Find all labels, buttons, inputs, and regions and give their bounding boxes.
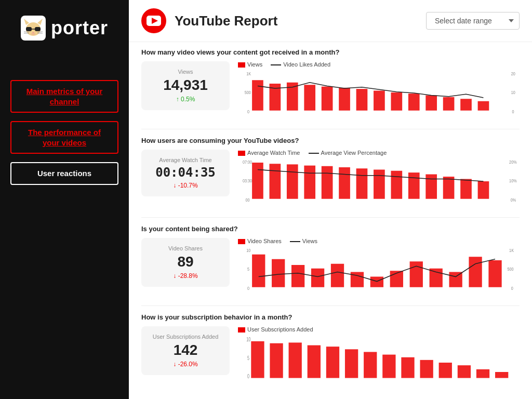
svg-rect-62 [374, 170, 385, 199]
svg-text:20%: 20% [509, 160, 516, 165]
svg-text:May 25,20: May 25,20 [423, 204, 435, 205]
subscriptions-metric-value: 142 [150, 342, 221, 358]
svg-text:May 31,22: May 31,22 [302, 116, 313, 116]
svg-rect-21 [252, 80, 263, 111]
svg-rect-122 [326, 347, 339, 378]
svg-text:20: 20 [511, 72, 515, 77]
header: YouTube Report Select date range [129, 0, 532, 42]
svg-rect-55 [252, 163, 263, 199]
svg-text:03:30: 03:30 [243, 179, 252, 184]
watch-time-metric-value: 00:04:35 [150, 165, 221, 180]
svg-rect-126 [401, 357, 414, 378]
svg-rect-99 [449, 272, 462, 287]
sh-bar-icon [238, 239, 245, 244]
logo-area: porter [21, 16, 108, 41]
svg-rect-98 [430, 269, 443, 287]
svg-rect-56 [270, 164, 281, 199]
watch-time-metric-label: Average Watch Time [150, 157, 221, 163]
svg-point-7 [32, 32, 34, 33]
svg-text:5: 5 [247, 267, 249, 272]
watch-time-question: How users are consuming your YouTube vid… [141, 137, 520, 144]
sh-legend-bar-item: Video Shares [238, 238, 282, 244]
svg-rect-92 [311, 269, 324, 287]
svg-rect-67 [460, 179, 472, 199]
shares-metric-card: Video Shares 89 ↓ -28.8% [141, 238, 230, 287]
svg-rect-118 [251, 341, 264, 378]
svg-rect-23 [287, 83, 298, 111]
logo-text: porter [51, 17, 108, 39]
views-question: How many video views your content got re… [141, 48, 520, 56]
svg-rect-120 [289, 343, 302, 378]
date-range-select[interactable]: Select date range [426, 12, 520, 30]
svg-rect-66 [443, 177, 455, 199]
subscriptions-question: How is your subscription behavior in a m… [141, 313, 520, 321]
svg-rect-119 [270, 343, 283, 378]
shares-metric-change: ↓ -28.8% [150, 272, 221, 280]
svg-rect-4 [26, 27, 32, 31]
svg-text:May 29,20: May 29,20 [458, 204, 470, 205]
page-title: YouTube Report [175, 13, 418, 29]
sub-legend-bar-item: User Subscriptions Added [238, 326, 313, 332]
sh-line-icon [290, 241, 300, 242]
svg-text:10%: 10% [509, 179, 516, 184]
svg-rect-29 [391, 92, 402, 111]
svg-text:0: 0 [247, 286, 249, 291]
shares-question: Is your content being shared? [141, 225, 520, 233]
svg-text:May 28,20: May 28,20 [475, 116, 487, 116]
subscriptions-metric-label: User Subscriptions Added [150, 334, 221, 340]
watch-time-metric-change: ↓ -10.7% [150, 182, 221, 189]
svg-rect-30 [408, 94, 420, 111]
svg-rect-5 [35, 27, 41, 31]
views-legend-bar-item: Views [238, 61, 262, 68]
svg-rect-27 [356, 89, 368, 111]
svg-text:0: 0 [511, 286, 513, 291]
svg-rect-129 [458, 365, 471, 378]
shares-chart-legend: Video Shares Views [238, 238, 520, 244]
svg-rect-127 [420, 360, 433, 378]
svg-text:0%: 0% [511, 198, 516, 203]
svg-text:May 25,22: May 25,22 [354, 116, 365, 116]
svg-text:10: 10 [246, 337, 250, 343]
main-content: YouTube Report Select date range How man… [129, 0, 532, 399]
logo-icon [21, 16, 46, 41]
views-metric-change: ↑ 0.5% [150, 96, 221, 103]
svg-text:0: 0 [247, 373, 249, 379]
wt-bar-icon [238, 151, 245, 156]
svg-text:0: 0 [247, 110, 249, 115]
svg-rect-57 [287, 164, 298, 198]
svg-rect-100 [469, 257, 482, 287]
sub-bar-icon [238, 327, 245, 332]
svg-rect-90 [272, 259, 285, 287]
svg-rect-31 [425, 96, 437, 111]
svg-rect-91 [291, 265, 304, 287]
svg-rect-130 [476, 369, 489, 378]
svg-rect-123 [345, 349, 358, 378]
views-metric-value: 14,931 [150, 77, 221, 94]
svg-rect-124 [364, 352, 377, 378]
nav-user-reactions[interactable]: User reactions [10, 162, 118, 185]
watch-time-metric-card: Average Watch Time 00:04:35 ↓ -10.7% [141, 150, 230, 196]
nav-main-metrics[interactable]: Main metrics of your channel [10, 80, 118, 113]
svg-text:00: 00 [245, 198, 249, 203]
views-section: How many video views your content got re… [129, 42, 532, 128]
nav-video-performance[interactable]: The performance of your videos [10, 121, 118, 154]
watch-time-chart-area: Average Watch Time Average View Percenta… [238, 150, 520, 212]
wt-legend-bar-item: Average Watch Time [238, 150, 300, 156]
svg-rect-128 [439, 363, 452, 378]
svg-rect-101 [488, 260, 501, 287]
svg-rect-131 [495, 372, 508, 378]
svg-rect-26 [339, 88, 350, 111]
svg-rect-33 [460, 99, 472, 111]
views-metric-card: Views 14,931 ↑ 0.5% [141, 61, 230, 110]
svg-rect-95 [370, 277, 383, 287]
svg-rect-58 [304, 166, 315, 199]
wt-line-icon [309, 153, 319, 154]
views-metric-label: Views [150, 69, 221, 75]
svg-text:1K: 1K [246, 72, 251, 77]
svg-rect-125 [382, 355, 395, 378]
shares-chart-area: Video Shares Views 10 5 0 1K 500 0 [238, 238, 520, 300]
svg-text:May 26,20: May 26,20 [371, 116, 383, 116]
sh-legend-line-item: Views [290, 238, 317, 244]
svg-text:May 29,20: May 29,20 [441, 116, 452, 116]
svg-text:500: 500 [245, 90, 251, 96]
